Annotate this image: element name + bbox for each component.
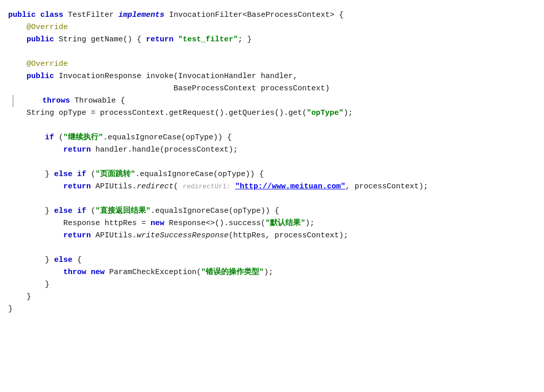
code-editor: public class TestFilter implements Invoc… [0,0,544,392]
code-line-14: Response httpRes = new Response<>().succ… [8,217,532,230]
code-line-13: } else if ("直接返回结果".equalsIgnoreCase(opT… [8,205,532,217]
code-line-1: public class TestFilter implements Invoc… [8,9,532,21]
code-line-6: BaseProcessContext processContext) [8,83,532,95]
code-line-blank2 [8,119,532,132]
code-line-12: return APIUtils.redirect( redirectUrl: "… [8,181,532,193]
code-line-2: @Override [8,21,532,34]
code-line-8: String opType = processContext.getReques… [8,107,532,119]
code-line-10: return handler.handle(processContext); [8,144,532,156]
code-line-19: } [8,291,532,303]
code-line-11: } else if ("页面跳转".equalsIgnoreCase(opTyp… [8,168,532,181]
code-line-18: } [8,279,532,291]
code-line-5: public InvocationResponse invoke(Invocat… [8,70,532,83]
code-line-blank1 [8,46,532,58]
code-line-9: if ("继续执行".equalsIgnoreCase(opType)) { [8,132,532,144]
code-line-3: public String getName() { return "test_f… [8,34,532,46]
code-line-17: throw new ParamCheckException("错误的操作类型")… [8,266,532,279]
code-line-blank3 [8,156,532,168]
code-line-7: throws Throwable { [8,95,532,107]
code-line-20: } [8,303,532,315]
code-line-blank5 [8,242,532,254]
code-line-16: } else { [8,254,532,266]
code-line-blank4 [8,193,532,205]
code-line-4: @Override [8,58,532,70]
code-line-15: return APIUtils.writeSuccessResponse(htt… [8,230,532,242]
